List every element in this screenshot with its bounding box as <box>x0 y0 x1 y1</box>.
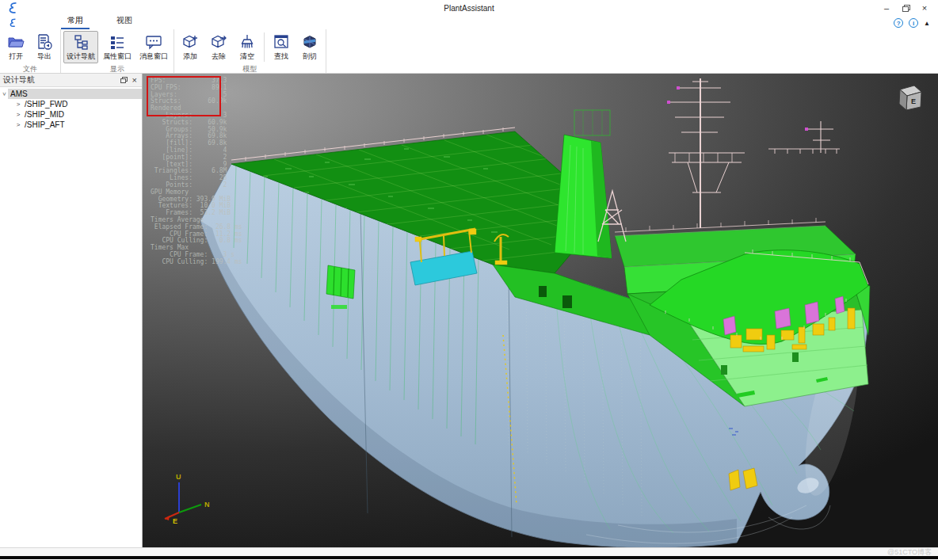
find-icon <box>273 33 290 51</box>
add-model-button[interactable]: 添加 <box>177 31 204 63</box>
axis-triad: U N E <box>155 471 219 527</box>
message-window-label: 消息窗口 <box>139 51 168 62</box>
properties-window-label: 属性窗口 <box>103 51 132 62</box>
open-label: 打开 <box>9 51 23 62</box>
watermark: @51CTO博客 <box>887 548 932 556</box>
minimize-button[interactable]: – <box>879 2 894 13</box>
collapse-ribbon-icon[interactable]: ▲ <box>924 20 930 27</box>
tab-view[interactable]: 视图 <box>110 14 139 29</box>
clear-model-icon <box>238 33 256 51</box>
ribbon: 打开 导出 文件 <box>0 29 938 74</box>
axis-east-label: E <box>173 517 177 525</box>
section-cut-label: 剖切 <box>303 51 317 62</box>
ribbon-tab-row: 常用 视图 ? i ▲ <box>0 16 938 29</box>
design-nav-tree: > AMS > /SHIP_FWD > /SHIP_MID > /SHIP_AF… <box>0 87 142 130</box>
tree-item-label[interactable]: /SHIP_FWD <box>22 100 67 109</box>
ship-3d-model <box>143 74 938 547</box>
restore-button[interactable] <box>898 2 913 13</box>
expand-caret-icon[interactable]: > <box>14 121 22 128</box>
section-cut-button[interactable]: 剖切 <box>296 31 323 63</box>
message-window-icon <box>145 33 162 51</box>
cube-face-label: E <box>911 97 916 105</box>
expand-caret-icon[interactable]: > <box>14 101 22 108</box>
collapse-caret-icon[interactable]: > <box>1 90 8 98</box>
expand-caret-icon[interactable]: > <box>14 111 22 118</box>
ribbon-group-file: 打开 导出 文件 <box>0 29 61 73</box>
application-window: PlantAssistant – × 常用 视图 ? i ▲ <box>0 0 938 560</box>
design-nav-button[interactable]: 设计导航 <box>63 31 98 63</box>
tree-row-ship-fwd[interactable]: > /SHIP_FWD <box>0 99 142 109</box>
ribbon-inner-separator <box>264 32 265 62</box>
message-window-button[interactable]: 消息窗口 <box>136 31 171 63</box>
properties-window-button[interactable]: 属性窗口 <box>100 31 135 63</box>
axis-north-label: N <box>204 501 210 509</box>
properties-window-icon <box>109 33 126 51</box>
window-title: PlantAssistant <box>0 4 938 13</box>
section-cut-icon <box>301 33 318 51</box>
panel-title: 设计导航 <box>3 74 35 86</box>
close-panel-icon[interactable]: × <box>132 76 137 84</box>
export-label: 导出 <box>37 51 51 62</box>
add-model-icon <box>181 33 199 51</box>
tree-item-label[interactable]: /SHIP_MID <box>22 110 64 119</box>
info-icon[interactable]: i <box>909 18 918 28</box>
close-button[interactable]: × <box>917 2 932 13</box>
export-icon <box>36 33 53 51</box>
view-navigation-cube[interactable]: E <box>892 83 927 118</box>
find-button[interactable]: 查找 <box>268 31 295 63</box>
tree-row-root[interactable]: > AMS <box>0 89 142 99</box>
tree-row-ship-mid[interactable]: > /SHIP_MID <box>0 109 142 120</box>
clear-model-button[interactable]: 清空 <box>234 31 261 63</box>
open-button[interactable]: 打开 <box>2 31 29 63</box>
open-icon <box>7 33 25 51</box>
design-nav-label: 设计导航 <box>67 51 95 62</box>
ribbon-group-display: 设计导航 属性窗口 <box>61 29 174 73</box>
tree-root-label[interactable]: AMS <box>8 89 142 99</box>
remove-model-icon <box>210 33 227 51</box>
tree-item-label[interactable]: /SHIP_AFT <box>22 120 65 129</box>
app-menu-logo-icon[interactable] <box>8 18 17 28</box>
3d-viewport[interactable]: FPS: 37.3 CPU FPS: 89.1 Layers: 5 Struct… <box>143 74 938 547</box>
float-panel-icon[interactable] <box>120 78 126 83</box>
design-nav-panel: 设计导航 × > AMS > /SHIP_FWD > /SHIP_MID <box>0 74 143 547</box>
remove-model-label: 去除 <box>212 51 226 62</box>
bottom-black-bar <box>0 556 938 559</box>
add-model-label: 添加 <box>183 51 197 62</box>
remove-model-button[interactable]: 去除 <box>205 31 232 63</box>
design-nav-tree-icon <box>72 33 90 51</box>
ribbon-group-model: 添加 去除 清空 <box>174 29 326 73</box>
clear-model-label: 清空 <box>240 51 254 62</box>
export-button[interactable]: 导出 <box>31 31 58 63</box>
status-strip: @51CTO博客 <box>0 547 938 556</box>
title-bar: PlantAssistant – × <box>0 0 938 16</box>
help-icon[interactable]: ? <box>894 18 903 28</box>
tab-common[interactable]: 常用 <box>61 14 90 29</box>
axis-up-label: U <box>176 473 181 481</box>
find-label: 查找 <box>274 51 288 62</box>
tree-row-ship-aft[interactable]: > /SHIP_AFT <box>0 120 142 130</box>
highlight-box-annotation <box>147 76 221 116</box>
restore-window-icon <box>902 6 909 12</box>
